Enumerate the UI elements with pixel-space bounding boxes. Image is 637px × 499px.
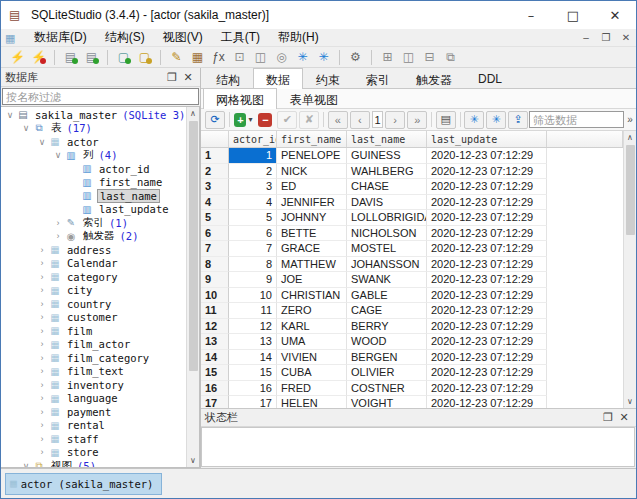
tree-item-film_category[interactable]: ›▦film_category bbox=[1, 351, 186, 365]
tree-chevron-icon[interactable]: › bbox=[36, 285, 48, 295]
last-page-button[interactable]: » bbox=[407, 111, 427, 129]
toolbar-overflow-button[interactable]: » bbox=[627, 114, 633, 125]
column-header-last_name[interactable]: last_name bbox=[347, 131, 427, 147]
data-cell[interactable]: JENNIFER bbox=[277, 195, 347, 211]
mdi-close-button[interactable]: ✕ bbox=[616, 30, 636, 46]
first-page-button[interactable]: « bbox=[328, 111, 348, 129]
data-cell[interactable]: 9 bbox=[229, 272, 277, 288]
data-cell[interactable]: ED bbox=[277, 179, 347, 195]
data-cell[interactable]: GUINESS bbox=[347, 148, 427, 164]
tree-item-视图[interactable]: ∨⧉视图(5) bbox=[1, 459, 186, 467]
fit-windows-icon[interactable]: ✳ bbox=[313, 48, 334, 67]
data-cell[interactable]: 5 bbox=[229, 210, 277, 226]
tree-item-category[interactable]: ›▦category bbox=[1, 270, 186, 284]
tree-chevron-icon[interactable]: › bbox=[36, 258, 48, 268]
tree-filter-input[interactable] bbox=[2, 88, 199, 105]
tree-item-film[interactable]: ›▦film bbox=[1, 324, 186, 338]
import-table-icon[interactable]: ▦ bbox=[187, 48, 208, 67]
next-page-button[interactable]: › bbox=[385, 111, 405, 129]
taskbar-tab-actor[interactable]: ▦ actor (sakila_master) bbox=[5, 473, 162, 495]
data-cell[interactable]: MOSTEL bbox=[347, 241, 427, 257]
tree-chevron-icon[interactable]: ∨ bbox=[52, 150, 64, 160]
dropdown-caret-icon[interactable]: ▾ bbox=[248, 115, 252, 124]
data-cell[interactable]: PENELOPE bbox=[277, 148, 347, 164]
menu-item-1[interactable]: 结构(S) bbox=[96, 29, 154, 45]
float-panel-icon[interactable]: ❐ bbox=[164, 71, 180, 84]
collations-editor-icon[interactable]: ⊡ bbox=[229, 48, 250, 67]
data-cell[interactable]: SWANK bbox=[347, 272, 427, 288]
refresh-button[interactable]: ⟳ bbox=[205, 111, 225, 129]
tree-item-film_text[interactable]: ›▦film_text bbox=[1, 365, 186, 379]
rollback-button[interactable]: ✘ bbox=[299, 111, 319, 129]
data-cell[interactable]: 12 bbox=[229, 319, 277, 335]
tree-chevron-icon[interactable]: › bbox=[36, 447, 48, 457]
tree-item-last_name[interactable]: ▥last_name bbox=[1, 189, 186, 203]
tree-chevron-icon[interactable]: › bbox=[52, 218, 64, 228]
data-cell[interactable]: 7 bbox=[229, 241, 277, 257]
data-cell[interactable]: GABLE bbox=[347, 288, 427, 304]
mdi-split-vertical-icon[interactable]: ◫ bbox=[398, 48, 419, 67]
tree-item-film_actor[interactable]: ›▦film_actor bbox=[1, 338, 186, 352]
data-cell[interactable]: HELEN bbox=[277, 396, 347, 408]
tree-chevron-icon[interactable]: › bbox=[36, 407, 48, 417]
data-cell[interactable]: 2020-12-23 07:12:29 bbox=[427, 365, 547, 381]
data-cell[interactable]: 10 bbox=[229, 288, 277, 304]
tree-chevron-icon[interactable]: › bbox=[36, 434, 48, 444]
config-icon[interactable]: ⚙ bbox=[345, 48, 366, 67]
column-header-first_name[interactable]: first_name bbox=[277, 131, 347, 147]
tree-chevron-icon[interactable]: ∨ bbox=[20, 123, 32, 133]
tree-scrollbar[interactable]: ∧ ∨ bbox=[186, 107, 199, 467]
data-cell[interactable]: 2020-12-23 07:12:29 bbox=[427, 164, 547, 180]
data-cell[interactable]: LOLLOBRIGIDA bbox=[347, 210, 427, 226]
tree-chevron-icon[interactable]: › bbox=[36, 326, 48, 336]
tree-item-列[interactable]: ∨▥列(4) bbox=[1, 149, 186, 163]
data-cell[interactable]: 2020-12-23 07:12:29 bbox=[427, 303, 547, 319]
data-cell[interactable]: 16 bbox=[229, 381, 277, 397]
data-cell[interactable]: CAGE bbox=[347, 303, 427, 319]
data-cell[interactable]: NICHOLSON bbox=[347, 226, 427, 242]
tree-chevron-icon[interactable]: › bbox=[36, 299, 48, 309]
page-number-box[interactable]: 1 bbox=[372, 111, 383, 128]
tree-item-city[interactable]: ›▦city bbox=[1, 284, 186, 298]
mdi-restore-button[interactable]: ❐ bbox=[596, 30, 616, 46]
data-cell[interactable]: DAVIS bbox=[347, 195, 427, 211]
data-cell[interactable]: 2020-12-23 07:12:29 bbox=[427, 148, 547, 164]
data-cell[interactable]: 8 bbox=[229, 257, 277, 273]
grid-scrollbar[interactable]: ∧ ∨ bbox=[623, 131, 636, 408]
add-database-icon[interactable]: ▤ bbox=[60, 48, 81, 67]
column-header-last_update[interactable]: last_update bbox=[427, 131, 547, 147]
data-cell[interactable]: BERGEN bbox=[347, 350, 427, 366]
mdi-minimize-button[interactable]: – bbox=[576, 30, 596, 46]
functions-editor-icon[interactable]: ƒx bbox=[208, 48, 229, 67]
data-cell[interactable]: COSTNER bbox=[347, 381, 427, 397]
tree-item-customer[interactable]: ›▦customer bbox=[1, 311, 186, 325]
data-cell[interactable]: 2020-12-23 07:12:29 bbox=[427, 210, 547, 226]
data-cell[interactable]: 2020-12-23 07:12:29 bbox=[427, 179, 547, 195]
scroll-down-icon[interactable]: ∨ bbox=[627, 395, 633, 408]
disconnect-database-icon[interactable]: ⚡ bbox=[28, 48, 49, 67]
tree-item-payment[interactable]: ›▦payment bbox=[1, 405, 186, 419]
open-ddl-history-icon[interactable]: ▢ bbox=[134, 48, 155, 67]
data-cell[interactable]: UMA bbox=[277, 334, 347, 350]
subtab-表单视图[interactable]: 表单视图 bbox=[277, 89, 351, 108]
tab-DDL[interactable]: DDL bbox=[465, 69, 515, 88]
data-cell[interactable]: 14 bbox=[229, 350, 277, 366]
mdi-cascade-icon[interactable]: ⧉ bbox=[440, 48, 461, 67]
mdi-grid-icon[interactable]: ⊞ bbox=[377, 48, 398, 67]
menu-item-0[interactable]: 数据库(D) bbox=[25, 29, 96, 45]
export-dialog-icon[interactable]: ◎ bbox=[271, 48, 292, 67]
edit-database-icon[interactable]: ▤ bbox=[81, 48, 102, 67]
data-cell[interactable]: WOOD bbox=[347, 334, 427, 350]
minimize-button[interactable]: – bbox=[510, 1, 552, 29]
tree-item-表[interactable]: ∨⧉表(17) bbox=[1, 122, 186, 136]
tree-chevron-icon[interactable]: › bbox=[36, 366, 48, 376]
data-cell[interactable]: JOE bbox=[277, 272, 347, 288]
data-cell[interactable]: 15 bbox=[229, 365, 277, 381]
delete-row-button[interactable]: − bbox=[255, 111, 275, 129]
tab-数据[interactable]: 数据 bbox=[253, 68, 303, 89]
subtab-网格视图[interactable]: 网格视图 bbox=[203, 88, 277, 109]
data-cell[interactable]: KARL bbox=[277, 319, 347, 335]
scroll-up-icon[interactable]: ∧ bbox=[627, 131, 633, 144]
data-cell[interactable]: 1 bbox=[229, 148, 277, 164]
data-cell[interactable]: 2020-12-23 07:12:29 bbox=[427, 195, 547, 211]
